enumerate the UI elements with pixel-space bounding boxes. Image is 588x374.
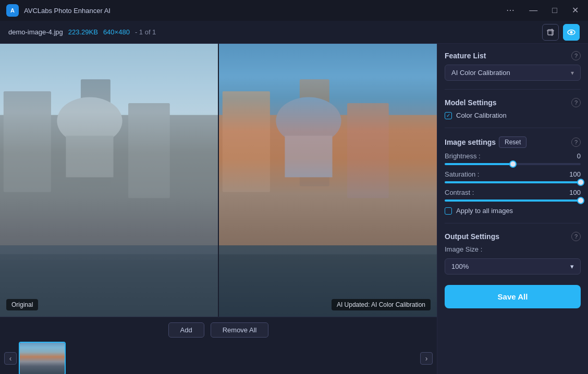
menu-button[interactable]: ⋯: [503, 5, 518, 16]
feature-list-help-icon[interactable]: ?: [571, 51, 581, 60]
contrast-thumb[interactable]: [577, 197, 584, 204]
close-button[interactable]: ✕: [569, 5, 582, 16]
saturation-track[interactable]: [445, 181, 581, 183]
image-settings-header: Image settings Reset ?: [445, 136, 581, 148]
apply-all-checkbox[interactable]: [445, 207, 452, 215]
image-settings-title-group: Image settings Reset: [445, 136, 526, 148]
feature-list-selected: AI Color Calibration: [451, 69, 510, 77]
enhanced-panel: AI Updated: AI Color Calibration: [219, 44, 437, 317]
minimize-button[interactable]: —: [526, 5, 541, 16]
model-settings-help-icon[interactable]: ?: [571, 98, 581, 107]
prev-thumbnail-button[interactable]: ‹: [4, 352, 17, 365]
next-thumbnail-button[interactable]: ›: [420, 352, 433, 365]
thumbnail-item[interactable]: [19, 342, 66, 374]
output-settings-section: Output Settings ? Image Size : 100% ▾: [445, 232, 581, 275]
feature-list-title: Feature List: [445, 52, 486, 60]
divider-1: [445, 89, 581, 90]
divider-3: [445, 223, 581, 223]
enhanced-label: AI Updated: AI Color Calibration: [332, 299, 431, 310]
file-count: - 1 of 1: [135, 28, 156, 36]
color-calibration-row: Color Calibration: [445, 111, 581, 119]
image-size-value: 100%: [451, 263, 469, 270]
output-settings-title: Output Settings: [445, 232, 499, 241]
original-image-overlay: [0, 44, 218, 317]
image-settings-help-icon[interactable]: ?: [571, 138, 581, 147]
svg-rect-19: [347, 103, 389, 198]
topbar: demo-image-4.jpg 223.29KB 640×480 - 1 of…: [0, 21, 588, 44]
enhanced-image-overlay: [219, 44, 437, 317]
chevron-down-icon: ▾: [571, 69, 574, 77]
feature-list-section: Feature List ? AI Color Calibration ▾: [445, 51, 581, 81]
contrast-fill: [445, 200, 581, 202]
original-image: [0, 44, 218, 317]
brightness-value: 0: [577, 152, 581, 160]
saturation-value: 100: [569, 170, 581, 178]
output-settings-help-icon[interactable]: ?: [571, 232, 581, 241]
apply-all-row: Apply to all images: [445, 207, 581, 215]
enhanced-image: [219, 44, 437, 317]
reset-button[interactable]: Reset: [499, 136, 526, 148]
app-logo: A: [6, 4, 19, 17]
svg-rect-9: [128, 103, 170, 198]
svg-rect-11: [66, 136, 113, 178]
save-all-button[interactable]: Save All: [445, 285, 581, 308]
svg-rect-13: [0, 245, 218, 254]
compare-button[interactable]: [563, 24, 580, 41]
image-size-dropdown[interactable]: 100% ▾: [445, 258, 581, 275]
image-settings-section: Image settings Reset ? Brightness : 0: [445, 136, 581, 215]
feature-list-dropdown[interactable]: AI Color Calibration ▾: [445, 65, 581, 81]
file-info: demo-image-4.jpg 223.29KB 640×480 - 1 of…: [8, 28, 542, 36]
brightness-track[interactable]: [445, 163, 581, 165]
thumbnails-row: ‹ ›: [0, 342, 437, 374]
brightness-fill: [445, 163, 513, 165]
saturation-label-row: Saturation : 100: [445, 170, 581, 178]
contrast-value: 100: [569, 189, 581, 196]
eye-icon: [567, 28, 575, 36]
image-size-label: Image Size :: [445, 245, 581, 253]
brightness-slider-row: Brightness : 0: [445, 152, 581, 166]
apply-all-label: Apply to all images: [456, 207, 513, 215]
crop-button[interactable]: [542, 24, 559, 41]
svg-rect-14: [0, 254, 218, 260]
viewer-area: Original AI Updated:: [0, 44, 437, 374]
add-button[interactable]: Add: [168, 322, 204, 338]
right-panel: Feature List ? AI Color Calibration ▾ Mo…: [437, 44, 588, 374]
saturation-label: Saturation :: [445, 170, 480, 178]
brightness-label-row: Brightness : 0: [445, 152, 581, 160]
crop-icon: [546, 28, 555, 36]
bottom-actions: Add Remove All: [0, 317, 437, 342]
image-comparison: Original AI Updated:: [0, 44, 437, 317]
contrast-label-row: Contrast : 100: [445, 189, 581, 196]
svg-rect-17: [223, 91, 270, 192]
original-label: Original: [6, 299, 38, 310]
output-settings-header: Output Settings ?: [445, 232, 581, 241]
brightness-label: Brightness :: [445, 152, 481, 160]
model-settings-header: Model Settings ?: [445, 98, 581, 107]
svg-rect-23: [219, 245, 437, 254]
image-settings-title: Image settings: [445, 138, 496, 146]
model-settings-title: Model Settings: [445, 98, 497, 107]
svg-point-4: [570, 31, 573, 33]
app-title: AVCLabs Photo Enhancer AI: [24, 7, 503, 15]
saturation-thumb[interactable]: [577, 179, 584, 186]
saturation-slider-row: Saturation : 100: [445, 170, 581, 184]
contrast-slider-row: Contrast : 100: [445, 189, 581, 203]
original-panel: Original: [0, 44, 219, 317]
chevron-down-icon-size: ▾: [570, 263, 574, 270]
remove-all-button[interactable]: Remove All: [211, 322, 269, 338]
feature-list-header: Feature List ?: [445, 51, 581, 60]
bottom-strip: Add Remove All ‹ ›: [0, 317, 437, 374]
main-area: Original AI Updated:: [0, 44, 588, 374]
color-calibration-label: Color Calibration: [456, 111, 507, 119]
window-controls: ⋯ — □ ✕: [503, 5, 582, 16]
filename: demo-image-4.jpg: [8, 28, 63, 36]
maximize-button[interactable]: □: [549, 5, 560, 16]
saturation-fill: [445, 181, 581, 183]
thumbnails-list: [19, 342, 418, 374]
svg-rect-7: [4, 91, 51, 192]
model-settings-section: Model Settings ? Color Calibration: [445, 98, 581, 119]
brightness-thumb[interactable]: [509, 160, 517, 168]
titlebar: A AVCLabs Photo Enhancer AI ⋯ — □ ✕: [0, 0, 588, 21]
color-calibration-checkbox[interactable]: [445, 112, 452, 119]
contrast-track[interactable]: [445, 200, 581, 202]
